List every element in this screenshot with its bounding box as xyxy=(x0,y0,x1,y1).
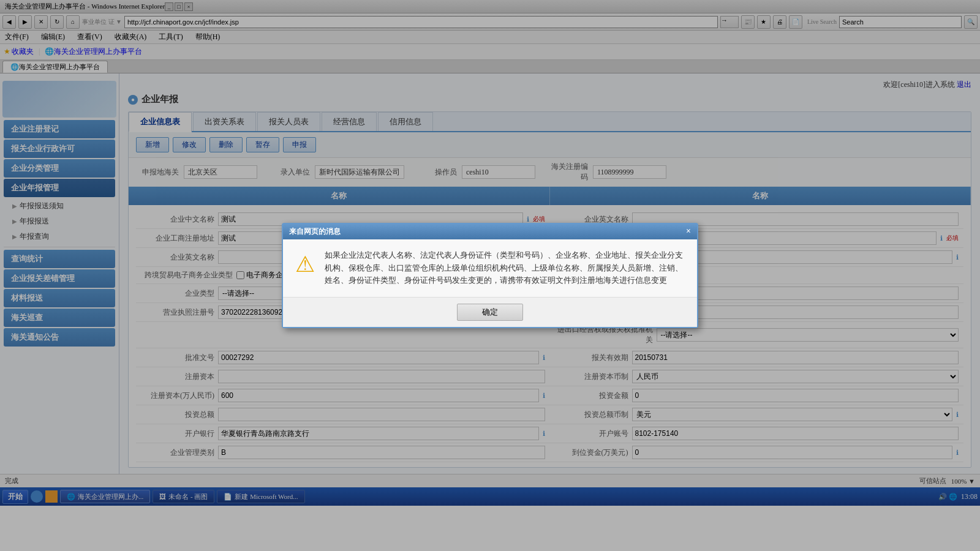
dialog-overlay: 来自网页的消息 × ⚠ 如果企业法定代表人名称、法定代表人身份证件（类型和号码）… xyxy=(0,0,980,551)
dialog-footer: 确定 xyxy=(283,297,697,327)
dialog-titlebar: 来自网页的消息 × xyxy=(283,224,697,239)
dialog-body: ⚠ 如果企业法定代表人名称、法定代表人身份证件（类型和号码）、企业名称、企业地址… xyxy=(283,239,697,297)
dialog-title: 来自网页的消息 xyxy=(289,227,341,237)
dialog-ok-button[interactable]: 确定 xyxy=(457,304,523,321)
warning-icon: ⚠ xyxy=(295,252,315,277)
dialog-close-button[interactable]: × xyxy=(686,227,691,236)
dialog-message: 如果企业法定代表人名称、法定代表人身份证件（类型和号码）、企业名称、企业地址、报… xyxy=(325,249,685,287)
dialog-box: 来自网页的消息 × ⚠ 如果企业法定代表人名称、法定代表人身份证件（类型和号码）… xyxy=(282,223,698,328)
